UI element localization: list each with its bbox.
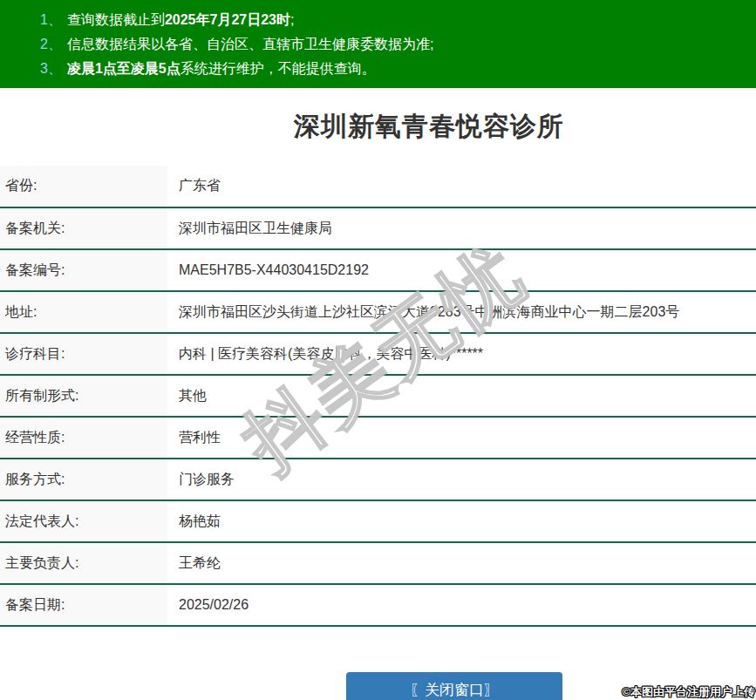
table-row: 经营性质:营利性 xyxy=(0,417,756,459)
uploader-credit-watermark: ©本图由平台注册用户上传 xyxy=(622,684,755,700)
row-label: 服务方式: xyxy=(0,459,167,500)
notice-text: ; xyxy=(290,12,294,27)
row-value: 杨艳茹 xyxy=(167,500,756,542)
notice-number: 1、 xyxy=(40,12,67,27)
row-value: 广东省 xyxy=(167,166,756,207)
table-row: 诊疗科目:内科 | 医疗美容科(美容皮肤科，美容中医科)****** xyxy=(0,333,756,375)
notice-text: 2025年7月27日23时 xyxy=(165,12,290,27)
notice-text: 凌晨1点至凌晨5点 xyxy=(67,61,180,76)
info-table: 省份:广东省备案机关:深圳市福田区卫生健康局备案编号:MAE5H7B5-X440… xyxy=(0,166,756,627)
row-value: 深圳市福田区卫生健康局 xyxy=(167,207,756,249)
row-label: 诊疗科目: xyxy=(0,333,167,375)
row-label: 所有制形式: xyxy=(0,375,167,417)
notice-line: 1、查询数据截止到2025年7月27日23时; xyxy=(40,8,747,32)
table-row: 备案编号:MAE5H7B5-X44030415D2192 xyxy=(0,249,756,291)
table-row: 省份:广东省 xyxy=(0,166,756,207)
close-window-button[interactable]: 〖关闭窗口〗 xyxy=(346,672,562,700)
row-value: 门诊服务 xyxy=(167,459,756,500)
row-label: 备案编号: xyxy=(0,249,167,291)
row-value: 内科 | 医疗美容科(美容皮肤科，美容中医科)****** xyxy=(167,333,756,375)
row-value: MAE5H7B5-X44030415D2192 xyxy=(167,249,756,291)
row-label: 经营性质: xyxy=(0,417,167,459)
row-value: 营利性 xyxy=(167,417,756,459)
notice-line: 2、信息数据结果以各省、自治区、直辖市卫生健康委数据为准; xyxy=(40,32,747,57)
table-row: 主要负责人:王希纶 xyxy=(0,542,756,584)
notice-text: 系统进行维护，不能提供查询。 xyxy=(180,61,376,76)
table-row: 所有制形式:其他 xyxy=(0,375,756,417)
table-row: 备案日期:2025/02/26 xyxy=(0,584,756,626)
notice-line: 3、凌晨1点至凌晨5点系统进行维护，不能提供查询。 xyxy=(40,57,747,81)
table-row: 法定代表人:杨艳茹 xyxy=(0,500,756,542)
row-label: 备案日期: xyxy=(0,584,167,626)
notice-banner: 1、查询数据截止到2025年7月27日23时;2、信息数据结果以各省、自治区、直… xyxy=(0,0,756,88)
table-row: 地址:深圳市福田区沙头街道上沙社区滨河大道9283号中洲滨海商业中心一期二层20… xyxy=(0,291,756,333)
notice-number: 2、 xyxy=(40,37,67,51)
row-label: 法定代表人: xyxy=(0,500,167,542)
row-label: 主要负责人: xyxy=(0,542,167,584)
page-title: 深圳新氧青春悦容诊所 xyxy=(294,109,564,145)
row-label: 省份: xyxy=(0,166,167,207)
row-value: 王希纶 xyxy=(167,542,756,584)
row-label: 备案机关: xyxy=(0,207,167,249)
row-value: 2025/02/26 xyxy=(167,584,756,626)
title-section: 深圳新氧青春悦容诊所 xyxy=(0,88,756,166)
notice-number: 3、 xyxy=(40,61,67,76)
notice-text: 信息数据结果以各省、自治区、直辖市卫生健康委数据为准; xyxy=(67,37,433,51)
info-table-body: 省份:广东省备案机关:深圳市福田区卫生健康局备案编号:MAE5H7B5-X440… xyxy=(0,166,756,626)
table-row: 备案机关:深圳市福田区卫生健康局 xyxy=(0,207,756,249)
row-label: 地址: xyxy=(0,291,167,333)
row-value: 其他 xyxy=(167,375,756,417)
table-row: 服务方式:门诊服务 xyxy=(0,459,756,500)
notice-text: 查询数据截止到 xyxy=(67,12,165,27)
row-value: 深圳市福田区沙头街道上沙社区滨河大道9283号中洲滨海商业中心一期二层203号 xyxy=(167,291,756,333)
notice-list: 1、查询数据截止到2025年7月27日23时;2、信息数据结果以各省、自治区、直… xyxy=(40,8,747,81)
